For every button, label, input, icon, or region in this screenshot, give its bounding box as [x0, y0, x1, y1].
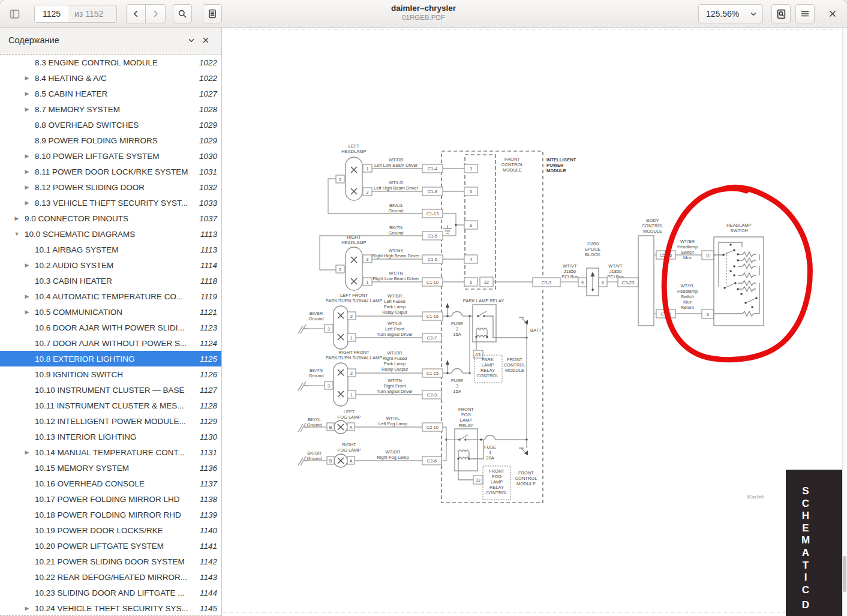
next-page-button[interactable] — [146, 4, 166, 23]
expander-icon[interactable]: ▶ — [23, 449, 31, 455]
toc-item[interactable]: 10.19 POWER DOOR LOCKS/RKE 1140 — [0, 522, 221, 538]
toc-item[interactable]: 10.13 INTERIOR LIGHTING 1130 — [0, 429, 221, 444]
connector-label: C1-4 — [428, 166, 437, 172]
toc-item[interactable]: 10.20 POWER LIFTGATE SYSTEM 1141 — [0, 538, 221, 554]
toc-item-page: 1031 — [199, 167, 221, 176]
toc-item-page: 1030 — [199, 152, 221, 161]
toc-item[interactable]: ▶ 10.5 COMMUNICATION 1121 — [0, 304, 221, 320]
toc-item[interactable]: 10.18 POWER FOLDING MIRROR RHD 1139 — [0, 507, 221, 522]
search-icon — [178, 9, 187, 19]
sidebar-close-button[interactable] — [199, 33, 213, 47]
zoom-level-dropdown[interactable]: 125.56% — [698, 4, 763, 23]
page-number-input[interactable] — [35, 5, 68, 22]
window-close-button[interactable] — [823, 4, 842, 23]
toc-item[interactable]: 10.12 INTELLIGENT POWER MODULE... 1129 — [0, 413, 221, 429]
toc-item[interactable]: ▼ 10.0 SCHEMATIC DIAGRAMS 1113 — [0, 226, 221, 242]
connector-label: C1-15 — [426, 371, 438, 376]
toc-item[interactable]: ▶ 8.12 POWER SLIDING DOOR 1032 — [0, 179, 221, 195]
toc-item[interactable]: ▶ 10.24 VEHICLE THEFT SECURITY SYS... 11… — [0, 600, 221, 616]
sidebar-mode-dropdown[interactable] — [184, 33, 199, 47]
toc-item[interactable]: 10.1 AIRBAG SYSTEM 1113 — [0, 242, 221, 257]
toc-item[interactable]: 10.8 EXTERIOR LIGHTING 1125 — [0, 351, 221, 366]
expander-icon[interactable]: ▼ — [13, 231, 21, 237]
connector-label: C7-3 — [542, 280, 551, 286]
toc-item[interactable]: ▶ 8.7 MEMORY SYSTEM 1028 — [0, 101, 221, 117]
toc-item[interactable]: 10.21 POWER SLIDING DOOR SYSTEM 1142 — [0, 554, 221, 569]
expander-icon[interactable]: ▶ — [23, 309, 31, 315]
pin-label: 2 — [350, 371, 353, 375]
expander-icon[interactable]: ▶ — [23, 169, 31, 175]
expander-icon[interactable]: ▶ — [23, 605, 31, 611]
right-headlamp: RIGHTHEADLAMP 3 2 1 C1-6 4 WT/GYRight Hi… — [336, 235, 477, 290]
batt-label: BATT — [530, 327, 542, 333]
toc-item[interactable]: 10.10 INSTRUMENT CLUSTER — BASE 1127 — [0, 382, 221, 398]
toc-item[interactable]: 8.9 POWER FOLDING MIRRORS 1029 — [0, 133, 221, 148]
outline-button[interactable] — [203, 4, 222, 23]
connector-label: C1-16 — [426, 314, 438, 319]
toc-item-page: 1128 — [200, 401, 221, 410]
relay-label: PARK LAMP RELAY — [463, 298, 504, 304]
expander-icon[interactable]: ▶ — [23, 91, 31, 97]
toc-item-page: 1125 — [200, 354, 221, 363]
toc-item[interactable]: ▶ 8.13 VEHICLE THEFT SECURITY SYST... 10… — [0, 195, 221, 211]
toc-item[interactable]: 10.15 MEMORY SYSTEM 1136 — [0, 460, 221, 476]
toc-item[interactable]: 8.8 OVERHEAD SWITCHES 1029 — [0, 117, 221, 133]
toc-item[interactable]: 8.3 ENGINE CONTROL MODULE 1022 — [0, 55, 221, 70]
right-headlamp-label: RIGHTHEADLAMP — [341, 235, 366, 245]
toc-item[interactable]: ▶ 8.5 CABIN HEATER 1027 — [0, 86, 221, 101]
toc-item[interactable]: ▶ 8.4 HEATING & A/C 1022 — [0, 70, 221, 86]
toc-item[interactable]: 10.17 POWER FOLDING MIRROR LHD 1138 — [0, 491, 221, 507]
vertical-scrollbar[interactable] — [842, 28, 847, 616]
toc-item[interactable]: 10.7 DOOR AJAR WITHOUT POWER S... 1124 — [0, 335, 221, 351]
toc-item[interactable]: ▶ 8.10 POWER LIFTGATE SYSTEM 1030 — [0, 148, 221, 164]
toc-item[interactable]: 10.6 DOOR AJAR WITH POWER SLIDI... 1123 — [0, 320, 221, 335]
toc-item[interactable]: 10.23 SLIDING DOOR AND LIFTGATE ... 1144 — [0, 585, 221, 600]
expander-icon[interactable]: ▶ — [23, 106, 31, 112]
pin-label: B — [329, 425, 332, 429]
toc-item-page: 1127 — [200, 386, 221, 395]
relay-label: FRONTFOGLAMPRELAY — [458, 407, 474, 428]
pin-label: 3 — [328, 384, 330, 388]
document-magnifier-icon — [776, 9, 786, 19]
expander-icon[interactable]: ▶ — [23, 153, 31, 159]
toc-item[interactable]: 10.9 IGNITION SWITCH 1126 — [0, 366, 221, 382]
splice-block-label: J1850SPLICEBLOCK — [585, 241, 601, 257]
toc-item[interactable]: 10.3 CABIN HEATER 1118 — [0, 273, 221, 289]
toc-item[interactable]: ▶ 8.11 POWER DOOR LOCK/RKE SYSTEM 1031 — [0, 164, 221, 179]
pin-label: 22 — [484, 280, 489, 284]
wire-label: WT/GYRight High Beam Driver — [373, 248, 420, 259]
toc-item[interactable]: ▶ 10.4 AUTOMATIC TEMPERATURE CO... 1119 — [0, 289, 221, 304]
toc-item-label: 10.20 POWER LIFTGATE SYSTEM — [0, 542, 164, 551]
toc-item[interactable]: 10.16 OVERHEAD CONSOLE 1137 — [0, 476, 221, 491]
toc-item-label: 10.12 INTELLIGENT POWER MODULE... — [0, 417, 186, 426]
toc-item[interactable]: 10.11 INSTRUMENT CLUSTER & MES... 1128 — [0, 398, 221, 413]
expander-icon[interactable]: ▶ — [13, 215, 21, 221]
wire-label: BK/ORGround — [307, 450, 322, 461]
toc-item[interactable]: ▶ 10.14 MANUAL TEMPERATURE CONT... 1131 — [0, 444, 221, 460]
pin-label: 2 — [339, 268, 341, 272]
toc-item-page: 1029 — [199, 136, 221, 145]
left-headlamp-label: LEFTHEADLAMP — [341, 143, 366, 154]
sidebar-toggle-button[interactable] — [5, 4, 24, 23]
expander-icon[interactable]: ▶ — [23, 184, 31, 190]
red-annotation-circle — [664, 187, 810, 359]
toc-item[interactable]: ▶ 10.2 AUDIO SYSTEM 1114 — [0, 257, 221, 273]
expander-icon[interactable]: ▶ — [23, 75, 31, 81]
page-total-label: из 1152 — [68, 5, 116, 22]
expander-icon[interactable]: ▶ — [23, 262, 31, 268]
toc-item[interactable]: ▶ 9.0 CONNECTOR PINOUTS 1037 — [0, 211, 221, 226]
page-properties-button[interactable] — [771, 4, 791, 23]
expander-icon[interactable]: ▶ — [23, 293, 31, 299]
search-button[interactable] — [173, 4, 192, 23]
expander-icon[interactable]: ▶ — [23, 200, 31, 206]
scrollbar-handle[interactable] — [843, 556, 846, 592]
pdf-page-view[interactable]: FRONTCONTROLMODULE INTELLIGENTPOWERMODUL… — [223, 28, 847, 616]
menu-button[interactable] — [795, 4, 815, 23]
toc-item-page: 1129 — [200, 417, 221, 426]
toc-item-label: 10.19 POWER DOOR LOCKS/RKE — [0, 526, 163, 535]
hamburger-menu-icon — [800, 9, 810, 19]
previous-page-button[interactable] — [126, 4, 146, 23]
left-headlamp: LEFTHEADLAMP 1 2 3 — [336, 143, 372, 200]
toc-item[interactable]: 10.22 REAR DEFOG/HEATED MIRROR... 1143 — [0, 569, 221, 585]
chevron-down-icon — [749, 10, 758, 18]
